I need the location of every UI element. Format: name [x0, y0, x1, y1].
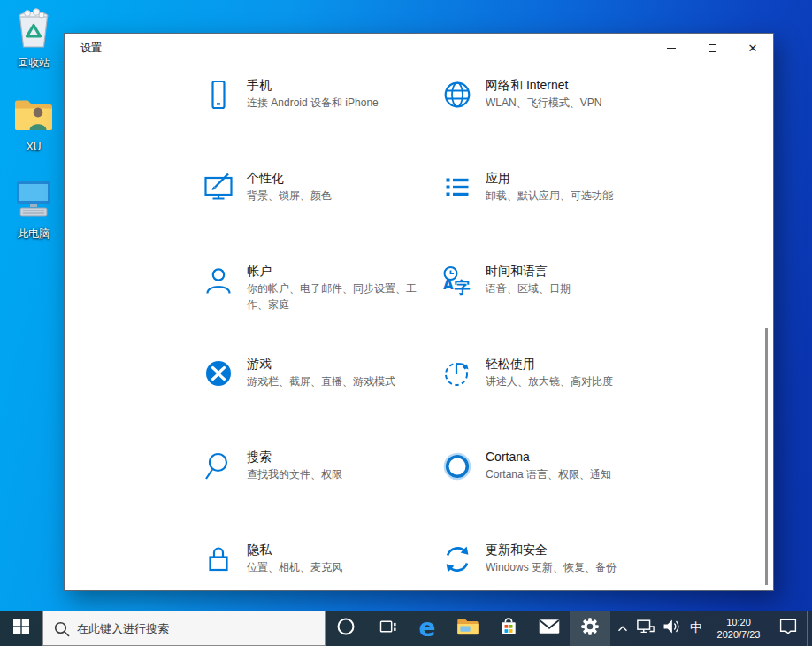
gear-icon — [579, 616, 601, 641]
category-subtitle: WLAN、飞行模式、VPN — [486, 95, 601, 111]
category-subtitle: 查找我的文件、权限 — [247, 466, 342, 482]
store-button[interactable] — [488, 611, 529, 646]
mail-button[interactable] — [529, 611, 570, 646]
cortana-icon — [441, 450, 473, 482]
apps-icon — [441, 172, 473, 204]
desktop-icon-label: 回收站 — [18, 56, 50, 71]
store-icon — [497, 615, 520, 642]
accounts-icon — [203, 265, 234, 296]
category-subtitle: 游戏栏、截屏、直播、游戏模式 — [247, 373, 395, 389]
settings-categories: 手机 连接 Android 设备和 iPhone 网络和 Internet WL… — [203, 77, 707, 634]
window-title: 设置 — [80, 41, 102, 56]
category-title: 更新和安全 — [486, 542, 617, 558]
recycle-bin-icon — [14, 7, 53, 53]
ime-indicator[interactable]: 中 — [685, 611, 708, 646]
category-subtitle: 你的帐户、电子邮件、同步设置、工作、家庭 — [247, 281, 434, 312]
chevron-up-icon — [615, 620, 631, 636]
edge-button[interactable]: e — [407, 611, 448, 646]
category-subtitle: Cortana 语言、权限、通知 — [486, 466, 611, 482]
time-language-icon: A 字 — [441, 265, 473, 296]
maximize-icon — [709, 44, 716, 52]
category-title: 搜索 — [247, 449, 342, 465]
windows-logo-icon — [13, 619, 29, 638]
settings-category-apps[interactable]: 应用 卸载、默认应用、可选功能 — [441, 170, 707, 263]
xbox-icon — [203, 358, 234, 389]
network-status-button[interactable] — [633, 611, 658, 646]
desktop-icon-user-folder[interactable]: XU — [0, 96, 67, 153]
settings-category-network[interactable]: 网络和 Internet WLAN、飞行模式、VPN — [441, 77, 707, 170]
settings-category-ease-of-access[interactable]: 轻松使用 讲述人、放大镜、高对比度 — [441, 356, 707, 449]
desktop-icon-this-pc[interactable]: 此电脑 — [0, 180, 67, 242]
close-icon: ✕ — [748, 42, 758, 54]
ease-of-access-icon — [441, 358, 473, 389]
category-title: 帐户 — [247, 263, 434, 279]
tray-expand-button[interactable] — [612, 611, 633, 646]
settings-window: 设置 ✕ 手机 连接 Android 设备和 iPhone — [64, 33, 774, 591]
settings-category-search[interactable]: 搜索 查找我的文件、权限 — [203, 449, 441, 542]
settings-category-accounts[interactable]: 帐户 你的帐户、电子邮件、同步设置、工作、家庭 — [203, 263, 441, 356]
category-subtitle: 背景、锁屏、颜色 — [247, 188, 332, 204]
category-title: 个性化 — [247, 170, 332, 186]
mail-icon — [538, 617, 561, 640]
settings-category-personalization[interactable]: 个性化 背景、锁屏、颜色 — [203, 170, 441, 263]
action-center-icon — [778, 616, 799, 641]
phone-icon — [203, 79, 234, 111]
category-title: Cortana — [486, 449, 611, 465]
network-icon — [636, 618, 655, 639]
close-button[interactable]: ✕ — [732, 34, 773, 62]
taskbar: e — [0, 611, 812, 646]
speaker-icon — [662, 618, 681, 639]
search-input[interactable] — [43, 611, 325, 645]
category-subtitle: 位置、相机、麦克风 — [247, 559, 342, 575]
volume-button[interactable] — [658, 611, 685, 646]
settings-category-gaming[interactable]: 游戏 游戏栏、截屏、直播、游戏模式 — [203, 356, 441, 449]
category-title: 时间和语言 — [486, 263, 571, 279]
category-title: 手机 — [247, 77, 379, 93]
cortana-button[interactable] — [326, 611, 366, 646]
task-view-button[interactable] — [366, 611, 407, 646]
user-folder-icon — [12, 96, 55, 138]
category-subtitle: Windows 更新、恢复、备份 — [486, 559, 617, 575]
title-bar[interactable]: 设置 ✕ — [65, 34, 773, 62]
personalization-icon — [203, 172, 234, 204]
start-button[interactable] — [0, 611, 42, 646]
minimize-icon — [667, 48, 676, 49]
edge-icon: e — [419, 616, 436, 641]
this-pc-icon — [13, 180, 54, 224]
action-center-button[interactable] — [770, 611, 807, 646]
globe-icon — [441, 79, 473, 111]
svg-text:字: 字 — [455, 278, 471, 296]
show-desktop-button[interactable] — [807, 611, 812, 646]
search-icon — [53, 620, 71, 642]
file-explorer-icon — [456, 616, 479, 641]
desktop-icon-label: XU — [27, 141, 42, 153]
settings-category-time-language[interactable]: A 字 时间和语言 语音、区域、日期 — [441, 263, 707, 356]
clock[interactable]: 10:20 2020/7/23 — [708, 611, 770, 646]
category-subtitle: 连接 Android 设备和 iPhone — [247, 95, 379, 111]
category-title: 游戏 — [247, 356, 395, 372]
category-title: 轻松使用 — [486, 356, 613, 372]
time-label: 10:20 — [726, 616, 751, 628]
settings-category-cortana[interactable]: Cortana Cortana 语言、权限、通知 — [441, 449, 707, 542]
date-label: 2020/7/23 — [717, 628, 761, 641]
cortana-icon — [335, 616, 356, 641]
svg-text:A: A — [443, 277, 454, 293]
minimize-button[interactable] — [651, 34, 692, 62]
category-subtitle: 语音、区域、日期 — [486, 281, 571, 296]
settings-button[interactable] — [570, 611, 610, 646]
search-icon — [203, 450, 234, 482]
category-title: 隐私 — [247, 542, 342, 558]
window-scrollbar[interactable] — [765, 328, 768, 585]
taskbar-search-box[interactable] — [42, 611, 326, 646]
sync-icon — [441, 543, 473, 575]
category-title: 应用 — [486, 170, 613, 186]
maximize-button[interactable] — [692, 34, 732, 62]
task-view-icon — [375, 615, 398, 642]
desktop-icon-label: 此电脑 — [18, 227, 50, 242]
desktop-icon-recycle-bin[interactable]: 回收站 — [0, 7, 67, 71]
category-subtitle: 讲述人、放大镜、高对比度 — [486, 373, 613, 389]
settings-category-phone[interactable]: 手机 连接 Android 设备和 iPhone — [203, 77, 441, 170]
ime-label: 中 — [690, 620, 702, 636]
category-subtitle: 卸载、默认应用、可选功能 — [486, 188, 613, 204]
file-explorer-button[interactable] — [448, 611, 488, 646]
